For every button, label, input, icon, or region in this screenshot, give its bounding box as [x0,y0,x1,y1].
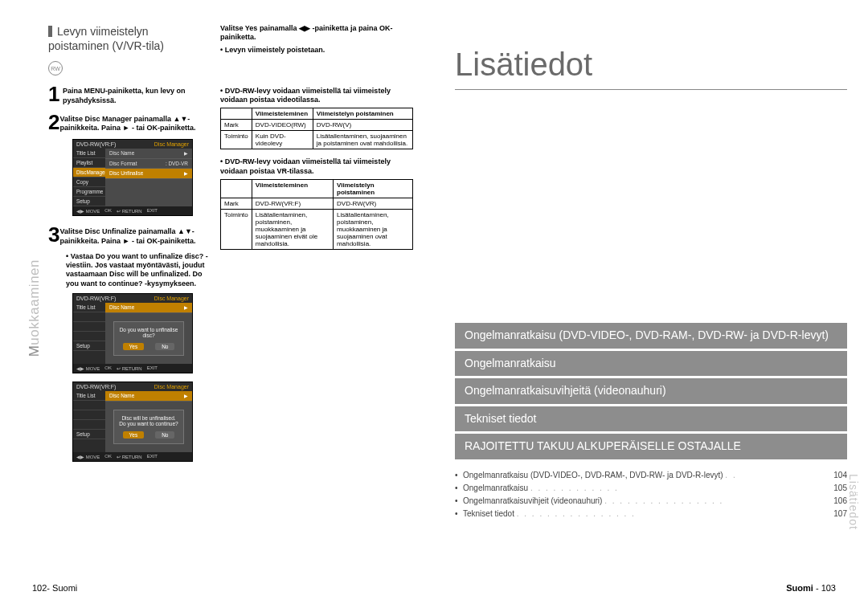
page-number-right: Suomi - 103 [786,583,836,593]
colb-result: • Levyn viimeistely poistetaan. [220,46,413,55]
toc-row: •Tekniset tiedot . . . . . . . . . . . .… [455,508,847,520]
toc-section-3: Tekniset tiedot [455,406,847,432]
page-left: Muokkaaminen Levyn viimeistelyn poistami… [0,0,434,612]
table-vr-mode: ViimeisteleminenViimeistelyn poistaminen… [220,179,413,250]
toc-section-4: RAJOITETTU TAKUU ALKUPERÄISELLE OSTAJALL… [455,434,847,459]
screenshot-unfinalise-confirm: DVD-RW(VR:F)Disc Manager Title List Setu… [72,293,193,373]
page-number-left: 102- Suomi [32,583,77,593]
table-video-mode: ViimeisteleminenViimeistelyn poistaminen… [220,108,413,149]
colb-instruction: Valitse Yes painamalla ◀▶ -painiketta ja… [220,24,413,43]
page-right: Lisätiedot Ongelmanratkaisu (DVD-VIDEO-,… [434,0,868,612]
screenshot-disc-manager: DVD-RW(VR:F)Disc Manager Title List Play… [72,139,193,216]
toc-section-2: Ongelmanratkaisuvihjeitä (videonauhuri) [455,378,847,404]
step-3-note: • Vastaa Do you want to unfinalize disc?… [66,252,209,288]
toc-section-0: Ongelmanratkaisu (DVD-VIDEO-, DVD-RAM-, … [455,323,847,349]
step-3: 3 Valitse Disc Unfinalize painamalla ▲▼-… [48,224,209,246]
toc-list: •Ongelmanratkaisu (DVD-VIDEO-, DVD-RAM-,… [455,469,847,520]
column-a: Levyn viimeistelyn poistaminen (V/VR-til… [48,24,215,593]
toc-row: •Ongelmanratkaisu (DVD-VIDEO-, DVD-RAM-,… [455,469,847,482]
side-label-rest: uokkaaminen [27,259,42,345]
side-label-right: Lisätiedot [847,474,860,530]
toc-section-1: Ongelmanratkaisu [455,351,847,377]
side-label-m: M [27,345,42,357]
toc-row: •Ongelmanratkaisuvihjeit (videonauhuri) … [455,495,847,508]
side-label: Muokkaaminen [21,24,48,593]
screenshot-unfinalise-continue: DVD-RW(VR:F)Disc Manager Title List Setu… [72,381,193,462]
step-2: 2 Valitse Disc Manager painamalla ▲▼-pai… [48,112,209,133]
disc-rw-icon [48,61,63,75]
page-title: Lisätiedot [455,47,847,90]
note-vr-mode: • DVD-RW-levy voidaan viimeistellä tai v… [220,157,413,176]
column-b: Valitse Yes painamalla ◀▶ -painiketta ja… [215,24,413,593]
section-title: Levyn viimeistelyn poistaminen (V/VR-til… [48,24,209,53]
toc-row: •Ongelmanratkaisu . . . . . . . . . . . … [455,482,847,495]
note-video-mode: • DVD-RW-levy voidaan viimeistellä tai v… [220,87,413,105]
step-1: 1 Paina MENU-painiketta, kun levy on pys… [48,84,209,105]
